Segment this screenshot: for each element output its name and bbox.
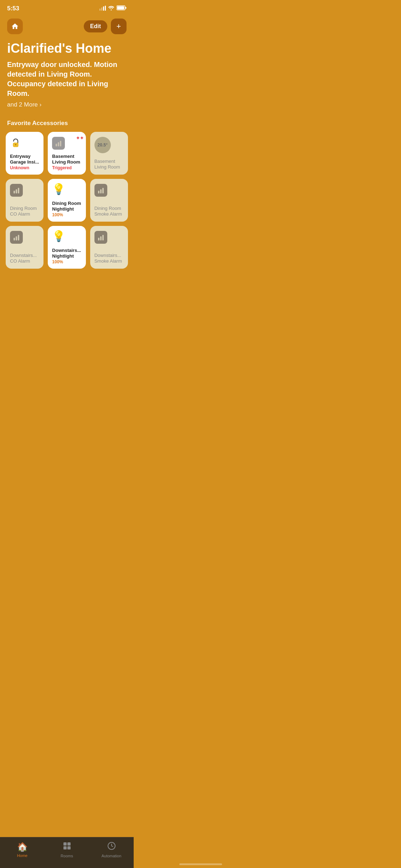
status-icons xyxy=(99,5,127,12)
more-link[interactable]: and 2 More › xyxy=(7,101,127,108)
battery-icon xyxy=(117,5,127,12)
card-label-basement-temp: Basement Living Room xyxy=(94,159,124,170)
accessory-card-dining-smoke[interactable]: Dining Room Smoke Alarm xyxy=(90,179,128,222)
accessory-card-basement-motion[interactable]: ✦✦ Basement Living Room Triggered xyxy=(48,132,86,175)
alarm-icon-downstairs-smoke xyxy=(94,231,107,244)
accessory-card-downstairs-nightlight[interactable]: 💡 Downstairs... Nightlight 100% xyxy=(48,226,86,269)
card-status-downstairs-nightlight: 100% xyxy=(52,259,81,264)
status-time: 5:53 xyxy=(7,5,19,12)
temp-badge: 20.5° xyxy=(94,137,111,153)
motion-icon-wrap: ✦✦ xyxy=(52,137,81,150)
accessory-card-dining-nightlight[interactable]: 💡 Dining Room Nightlight 100% xyxy=(48,179,86,222)
house-icon xyxy=(11,22,19,30)
accessory-card-basement-temp[interactable]: 20.5° Basement Living Room xyxy=(90,132,128,175)
svg-rect-1 xyxy=(101,7,102,11)
svg-point-9 xyxy=(15,144,16,145)
home-title-section: iClarified's Home Entryway door unlocked… xyxy=(0,39,134,113)
bulb-icon-dining: 💡 xyxy=(52,184,81,195)
accessories-grid: Entryway Garage Insi... Unknown ✦✦ xyxy=(6,132,128,269)
card-label-dining-smoke: Dining Room Smoke Alarm xyxy=(94,206,124,217)
signal-icon xyxy=(99,6,106,12)
card-label-downstairs-smoke: Downstairs... Smoke Alarm xyxy=(94,253,124,264)
edit-button[interactable]: Edit xyxy=(84,20,107,32)
card-label-dining-co: Dining Room CO Alarm xyxy=(10,206,39,217)
add-button[interactable]: + xyxy=(111,19,127,34)
accessory-card-downstairs-smoke[interactable]: Downstairs... Smoke Alarm xyxy=(90,226,128,269)
card-label-downstairs-co: Downstairs... CO Alarm xyxy=(10,253,39,264)
card-label-dining-nightlight: Dining Room Nightlight xyxy=(52,201,81,212)
section-title: Favorite Accessories xyxy=(6,120,128,127)
svg-rect-3 xyxy=(105,6,106,11)
accessory-card-downstairs-co[interactable]: Downstairs... CO Alarm xyxy=(6,226,43,269)
alarm-icon-dining-smoke xyxy=(94,184,107,197)
home-name: iClarified's Home xyxy=(7,41,127,56)
app-header: Edit + xyxy=(0,15,134,39)
svg-point-4 xyxy=(111,10,112,11)
card-label-downstairs-nightlight: Downstairs... Nightlight xyxy=(52,248,81,259)
alarm-icon-downstairs-co xyxy=(10,231,23,244)
header-right: Edit + xyxy=(84,19,127,34)
accessory-card-entryway-garage[interactable]: Entryway Garage Insi... Unknown xyxy=(6,132,43,175)
svg-rect-7 xyxy=(125,7,127,9)
accessory-card-dining-co[interactable]: Dining Room CO Alarm xyxy=(6,179,43,222)
status-bar: 5:53 xyxy=(0,0,134,15)
card-label-entryway-garage: Entryway Garage Insi... xyxy=(10,154,39,165)
svg-rect-0 xyxy=(99,9,101,11)
svg-rect-6 xyxy=(117,6,124,10)
card-status-basement-motion: Triggered xyxy=(52,165,81,170)
card-status-entryway-garage: Unknown xyxy=(10,165,39,170)
home-status: Entryway door unlocked. Motion detected … xyxy=(7,60,127,98)
lock-icon xyxy=(10,137,39,151)
bulb-icon-downstairs: 💡 xyxy=(52,231,81,242)
card-status-dining-nightlight: 100% xyxy=(52,212,81,217)
svg-rect-2 xyxy=(103,6,104,11)
home-icon-button[interactable] xyxy=(7,19,23,34)
accessories-section: Favorite Accessories Entryway Garage Ins… xyxy=(0,113,134,272)
card-label-basement-motion: Basement Living Room xyxy=(52,154,81,165)
wifi-icon xyxy=(108,5,114,12)
alarm-icon-dining-co xyxy=(10,184,23,197)
